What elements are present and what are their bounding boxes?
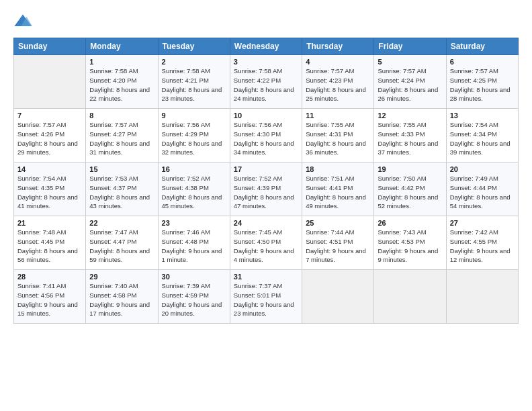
day-number: 11 bbox=[306, 111, 370, 120]
sunrise-label: Sunrise: 7:58 AM bbox=[162, 67, 210, 75]
calendar-cell: 3Sunrise: 7:58 AMSunset: 4:22 PMDaylight… bbox=[230, 55, 302, 109]
day-number: 22 bbox=[89, 219, 154, 227]
daylight-label: Daylight: 8 hours and 56 minutes. bbox=[17, 247, 78, 264]
sunset-label: Sunset: 4:22 PM bbox=[234, 77, 281, 84]
calendar-cell: 17Sunrise: 7:52 AMSunset: 4:39 PMDayligh… bbox=[230, 163, 302, 216]
calendar-cell: 13Sunrise: 7:54 AMSunset: 4:34 PMDayligh… bbox=[446, 109, 518, 163]
weekday-header-sunday: Sunday bbox=[14, 38, 86, 55]
sun-info: Sunrise: 7:57 AMSunset: 4:27 PMDaylight:… bbox=[89, 120, 154, 157]
sunset-label: Sunset: 4:41 PM bbox=[306, 184, 353, 191]
sunrise-label: Sunrise: 7:51 AM bbox=[306, 175, 354, 182]
daylight-label: Daylight: 8 hours and 47 minutes. bbox=[234, 193, 294, 210]
calendar-cell: 24Sunrise: 7:45 AMSunset: 4:50 PMDayligh… bbox=[230, 216, 302, 270]
sunrise-label: Sunrise: 7:45 AM bbox=[234, 228, 282, 236]
day-number: 23 bbox=[162, 219, 226, 227]
day-number: 2 bbox=[162, 58, 226, 66]
sunrise-label: Sunrise: 7:57 AM bbox=[89, 121, 138, 128]
sun-info: Sunrise: 7:55 AMSunset: 4:33 PMDaylight:… bbox=[378, 120, 442, 157]
logo bbox=[13, 12, 34, 31]
calendar-cell: 8Sunrise: 7:57 AMSunset: 4:27 PMDaylight… bbox=[86, 109, 158, 163]
sunrise-label: Sunrise: 7:57 AM bbox=[450, 67, 498, 75]
sunrise-label: Sunrise: 7:39 AM bbox=[162, 282, 210, 289]
daylight-label: Daylight: 8 hours and 41 minutes. bbox=[17, 193, 78, 210]
day-number: 8 bbox=[89, 111, 154, 120]
sunrise-label: Sunrise: 7:44 AM bbox=[306, 228, 354, 236]
sun-info: Sunrise: 7:40 AMSunset: 4:58 PMDaylight:… bbox=[89, 281, 154, 318]
day-number: 13 bbox=[450, 111, 515, 120]
daylight-label: Daylight: 8 hours and 34 minutes. bbox=[234, 140, 294, 156]
calendar-cell: 5Sunrise: 7:57 AMSunset: 4:24 PMDaylight… bbox=[374, 55, 446, 109]
sunset-label: Sunset: 4:50 PM bbox=[234, 238, 281, 245]
sun-info: Sunrise: 7:54 AMSunset: 4:35 PMDaylight:… bbox=[17, 174, 82, 211]
sun-info: Sunrise: 7:39 AMSunset: 4:59 PMDaylight:… bbox=[162, 281, 226, 318]
week-row-4: 28Sunrise: 7:41 AMSunset: 4:56 PMDayligh… bbox=[14, 270, 519, 324]
calendar-cell: 15Sunrise: 7:53 AMSunset: 4:37 PMDayligh… bbox=[86, 163, 158, 216]
sunrise-label: Sunrise: 7:57 AM bbox=[306, 67, 354, 75]
sunset-label: Sunset: 4:37 PM bbox=[89, 184, 136, 191]
sunset-label: Sunset: 4:56 PM bbox=[17, 291, 64, 299]
sunset-label: Sunset: 4:39 PM bbox=[234, 184, 281, 191]
sunrise-label: Sunrise: 7:52 AM bbox=[234, 175, 282, 182]
daylight-label: Daylight: 9 hours and 20 minutes. bbox=[162, 301, 222, 318]
sun-info: Sunrise: 7:57 AMSunset: 4:26 PMDaylight:… bbox=[17, 120, 82, 157]
sunset-label: Sunset: 4:35 PM bbox=[17, 184, 64, 191]
sunset-label: Sunset: 4:26 PM bbox=[17, 130, 64, 138]
sunset-label: Sunset: 4:44 PM bbox=[450, 184, 497, 191]
sunset-label: Sunset: 4:42 PM bbox=[378, 184, 425, 191]
sunrise-label: Sunrise: 7:47 AM bbox=[89, 228, 138, 236]
day-number: 27 bbox=[450, 219, 515, 227]
daylight-label: Daylight: 8 hours and 43 minutes. bbox=[89, 193, 150, 210]
sun-info: Sunrise: 7:53 AMSunset: 4:37 PMDaylight:… bbox=[89, 174, 154, 211]
sunset-label: Sunset: 4:27 PM bbox=[89, 130, 136, 138]
sunrise-label: Sunrise: 7:40 AM bbox=[89, 282, 138, 289]
daylight-label: Daylight: 8 hours and 22 minutes. bbox=[89, 86, 150, 103]
calendar-cell: 22Sunrise: 7:47 AMSunset: 4:47 PMDayligh… bbox=[86, 216, 158, 270]
sunrise-label: Sunrise: 7:58 AM bbox=[234, 67, 282, 75]
daylight-label: Daylight: 9 hours and 4 minutes. bbox=[234, 247, 294, 264]
sunrise-label: Sunrise: 7:50 AM bbox=[378, 175, 426, 182]
sunset-label: Sunset: 4:30 PM bbox=[234, 130, 281, 138]
sun-info: Sunrise: 7:46 AMSunset: 4:48 PMDaylight:… bbox=[162, 228, 226, 265]
sunset-label: Sunset: 4:23 PM bbox=[306, 77, 353, 84]
calendar-cell: 25Sunrise: 7:44 AMSunset: 4:51 PMDayligh… bbox=[302, 216, 374, 270]
weekday-header-friday: Friday bbox=[374, 38, 446, 55]
daylight-label: Daylight: 8 hours and 29 minutes. bbox=[17, 140, 78, 156]
sunrise-label: Sunrise: 7:57 AM bbox=[17, 121, 66, 128]
sun-info: Sunrise: 7:44 AMSunset: 4:51 PMDaylight:… bbox=[306, 228, 370, 265]
weekday-header-thursday: Thursday bbox=[302, 38, 374, 55]
calendar-cell: 1Sunrise: 7:58 AMSunset: 4:20 PMDaylight… bbox=[86, 55, 158, 109]
sunset-label: Sunset: 4:24 PM bbox=[378, 77, 425, 84]
daylight-label: Daylight: 8 hours and 52 minutes. bbox=[378, 193, 438, 210]
daylight-label: Daylight: 8 hours and 37 minutes. bbox=[378, 140, 438, 156]
calendar-cell bbox=[14, 55, 86, 109]
calendar-cell bbox=[302, 270, 374, 324]
sunset-label: Sunset: 4:29 PM bbox=[162, 130, 209, 138]
calendar-cell: 23Sunrise: 7:46 AMSunset: 4:48 PMDayligh… bbox=[158, 216, 230, 270]
daylight-label: Daylight: 8 hours and 45 minutes. bbox=[162, 193, 222, 210]
sunset-label: Sunset: 4:34 PM bbox=[450, 130, 497, 138]
day-number: 19 bbox=[378, 165, 442, 173]
calendar-cell: 26Sunrise: 7:43 AMSunset: 4:53 PMDayligh… bbox=[374, 216, 446, 270]
daylight-label: Daylight: 8 hours and 24 minutes. bbox=[234, 86, 294, 103]
weekday-header-tuesday: Tuesday bbox=[158, 38, 230, 55]
sunset-label: Sunset: 4:25 PM bbox=[450, 77, 497, 84]
daylight-label: Daylight: 8 hours and 28 minutes. bbox=[450, 86, 511, 103]
sunrise-label: Sunrise: 7:54 AM bbox=[17, 175, 66, 182]
sunrise-label: Sunrise: 7:55 AM bbox=[306, 121, 354, 128]
sunrise-label: Sunrise: 7:42 AM bbox=[450, 228, 498, 236]
day-number: 29 bbox=[89, 273, 154, 281]
sun-info: Sunrise: 7:56 AMSunset: 4:29 PMDaylight:… bbox=[162, 120, 226, 157]
daylight-label: Daylight: 8 hours and 32 minutes. bbox=[162, 140, 222, 156]
sun-info: Sunrise: 7:57 AMSunset: 4:24 PMDaylight:… bbox=[378, 66, 442, 103]
week-row-1: 7Sunrise: 7:57 AMSunset: 4:26 PMDaylight… bbox=[14, 109, 519, 163]
sunset-label: Sunset: 5:01 PM bbox=[234, 291, 281, 299]
daylight-label: Daylight: 8 hours and 26 minutes. bbox=[378, 86, 438, 103]
calendar-cell: 6Sunrise: 7:57 AMSunset: 4:25 PMDaylight… bbox=[446, 55, 518, 109]
week-row-3: 21Sunrise: 7:48 AMSunset: 4:45 PMDayligh… bbox=[14, 216, 519, 270]
sun-info: Sunrise: 7:47 AMSunset: 4:47 PMDaylight:… bbox=[89, 228, 154, 265]
calendar-cell: 18Sunrise: 7:51 AMSunset: 4:41 PMDayligh… bbox=[302, 163, 374, 216]
sunset-label: Sunset: 4:48 PM bbox=[162, 238, 209, 245]
sunrise-label: Sunrise: 7:54 AM bbox=[450, 121, 498, 128]
day-number: 15 bbox=[89, 165, 154, 173]
header bbox=[13, 12, 519, 31]
